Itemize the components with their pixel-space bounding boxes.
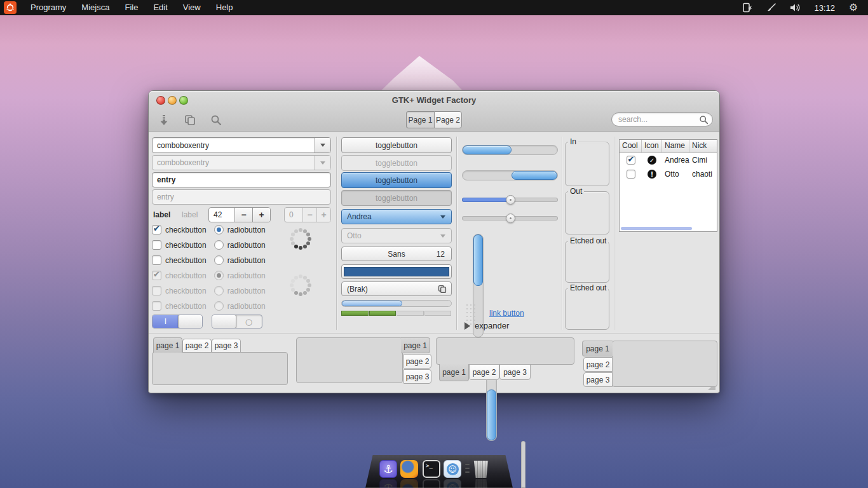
messenger-icon[interactable]: ☺ bbox=[444, 460, 461, 478]
vertical-scale[interactable] bbox=[521, 441, 526, 488]
page-1-button[interactable]: Page 1 bbox=[406, 111, 434, 128]
checkbutton-label[interactable]: checkbutton bbox=[165, 226, 207, 234]
tab-page-3[interactable]: page 3 bbox=[403, 369, 431, 384]
comboboxentry-dropdown-button[interactable] bbox=[315, 138, 330, 152]
menu-miejsca[interactable]: Miejsca bbox=[74, 0, 117, 15]
table-row[interactable]: ! Otto chaoti bbox=[620, 167, 717, 181]
switch-on-label: I bbox=[153, 315, 179, 328]
expander[interactable]: expander bbox=[465, 321, 509, 330]
checkbutton-checkbox[interactable] bbox=[152, 225, 161, 234]
radiobutton-radio[interactable] bbox=[214, 240, 224, 250]
row-checkbox[interactable] bbox=[627, 156, 635, 165]
scrollbar-thumb[interactable] bbox=[512, 171, 557, 180]
tab-page-1[interactable]: page 1 bbox=[153, 337, 182, 353]
trash-icon[interactable] bbox=[472, 460, 490, 478]
text-entry[interactable]: entry bbox=[152, 172, 331, 187]
scale-knob[interactable] bbox=[506, 214, 515, 223]
comboboxentry-disabled: comboboxentry bbox=[152, 155, 331, 170]
firefox-icon[interactable] bbox=[400, 460, 418, 478]
tab-page-1[interactable]: page 1 bbox=[439, 364, 469, 381]
horizontal-scrollbar-thumb[interactable] bbox=[621, 227, 692, 230]
togglebutton-active[interactable]: togglebutton bbox=[341, 172, 452, 188]
tab-page-1[interactable]: page 1 bbox=[401, 337, 430, 353]
search-tool-icon[interactable] bbox=[210, 114, 222, 126]
column-header-name[interactable]: Name bbox=[662, 140, 689, 153]
input-method-indicator-icon[interactable] bbox=[766, 2, 777, 13]
file-chooser-button[interactable]: (Brak) bbox=[341, 281, 452, 296]
dock-reflection: ☺ bbox=[444, 479, 461, 488]
horizontal-scrollbar[interactable] bbox=[462, 170, 558, 180]
window-titlebar[interactable]: GTK+ Widget Factory Page 1 Page 2 bbox=[149, 91, 719, 132]
paste-stack-icon bbox=[438, 285, 447, 294]
checkbutton-label[interactable]: checkbutton bbox=[165, 241, 207, 250]
color-button[interactable] bbox=[341, 264, 452, 279]
tab-page-1[interactable]: page 1 bbox=[582, 341, 613, 356]
frame-label: Out bbox=[568, 187, 584, 196]
display-indicator-icon[interactable] bbox=[742, 2, 753, 13]
download-tool-icon[interactable] bbox=[158, 114, 170, 126]
docky-anchor-icon[interactable]: ⚓ bbox=[379, 460, 397, 478]
checkbutton-label[interactable]: checkbutton bbox=[165, 256, 207, 265]
search-input[interactable] bbox=[618, 115, 699, 124]
scrollbar-thumb[interactable] bbox=[463, 146, 512, 154]
menu-edit[interactable]: Edit bbox=[146, 0, 175, 15]
spin-plus-button[interactable]: + bbox=[252, 208, 270, 222]
spin-minus-button[interactable]: − bbox=[234, 208, 252, 222]
menu-programy[interactable]: Programy bbox=[23, 0, 74, 15]
chevron-down-icon bbox=[320, 144, 325, 147]
column-header-icon[interactable]: Icon bbox=[642, 140, 662, 153]
tab-page-3[interactable]: page 3 bbox=[499, 364, 531, 380]
horizontal-scrollbar[interactable] bbox=[462, 145, 558, 155]
scrollbar-thumb[interactable] bbox=[487, 390, 496, 441]
volume-indicator-icon[interactable] bbox=[790, 2, 801, 13]
switch-off[interactable]: ○ bbox=[212, 315, 262, 329]
check-radio-row-disabled: checkbutton radiobutton bbox=[152, 301, 266, 311]
switch-on[interactable]: I bbox=[152, 315, 203, 329]
font-size-value: 12 bbox=[437, 250, 445, 259]
clock[interactable]: 13:12 bbox=[814, 3, 835, 13]
page-2-button[interactable]: Page 2 bbox=[434, 111, 462, 128]
tab-page-3[interactable]: page 3 bbox=[212, 339, 241, 353]
switch-knob[interactable] bbox=[212, 315, 236, 329]
tab-page-2[interactable]: page 2 bbox=[403, 354, 431, 369]
horizontal-scale[interactable] bbox=[462, 198, 558, 202]
session-gear-icon[interactable]: ⚙ bbox=[848, 2, 859, 13]
radiobutton-label[interactable]: radiobutton bbox=[227, 256, 266, 265]
checkbutton-checkbox[interactable] bbox=[152, 255, 161, 265]
table-row[interactable]: ✓ Andrea Cimi bbox=[620, 153, 717, 167]
column-header-cool[interactable]: Cool bbox=[620, 140, 642, 153]
column-header-nick[interactable]: Nick bbox=[689, 140, 717, 153]
spinbutton-value[interactable]: 42 bbox=[209, 208, 234, 222]
scrollbar-thumb[interactable] bbox=[473, 234, 483, 286]
menu-view[interactable]: View bbox=[175, 0, 208, 15]
switch-knob[interactable] bbox=[178, 315, 203, 329]
radiobutton-radio[interactable] bbox=[214, 255, 224, 265]
menu-help[interactable]: Help bbox=[208, 0, 241, 15]
radiobutton-radio[interactable] bbox=[214, 225, 224, 234]
horizontal-scale[interactable] bbox=[462, 216, 558, 220]
row-checkbox[interactable] bbox=[627, 170, 635, 179]
togglebutton-normal[interactable]: togglebutton bbox=[341, 137, 452, 153]
radiobutton-label[interactable]: radiobutton bbox=[227, 241, 266, 250]
scale-knob[interactable] bbox=[506, 195, 515, 205]
level-segment bbox=[369, 311, 397, 316]
link-button[interactable]: link button bbox=[489, 309, 524, 318]
search-icon bbox=[699, 115, 709, 125]
terminal-icon[interactable]: >_ bbox=[423, 460, 440, 478]
ubuntu-logo-icon[interactable] bbox=[4, 1, 17, 14]
tab-page-2[interactable]: page 2 bbox=[469, 364, 499, 380]
font-button[interactable]: Sans 12 bbox=[341, 247, 452, 261]
level-segment bbox=[424, 311, 452, 316]
combobox-otto-disabled: Otto bbox=[341, 228, 452, 243]
copy-tool-icon[interactable] bbox=[184, 114, 196, 126]
combobox-andrea[interactable]: Andrea bbox=[341, 209, 452, 224]
tab-page-2[interactable]: page 2 bbox=[182, 339, 212, 353]
checkbutton-checkbox[interactable] bbox=[152, 240, 161, 250]
dock-reflection: >_ bbox=[423, 479, 440, 488]
tab-page-3[interactable]: page 3 bbox=[583, 372, 613, 387]
comboboxentry[interactable]: comboboxentry bbox=[152, 137, 331, 153]
tab-page-2[interactable]: page 2 bbox=[583, 357, 613, 372]
radiobutton-label[interactable]: radiobutton bbox=[227, 226, 266, 234]
radiobutton-label-disabled: radiobutton bbox=[227, 302, 266, 311]
menu-file[interactable]: File bbox=[117, 0, 146, 15]
